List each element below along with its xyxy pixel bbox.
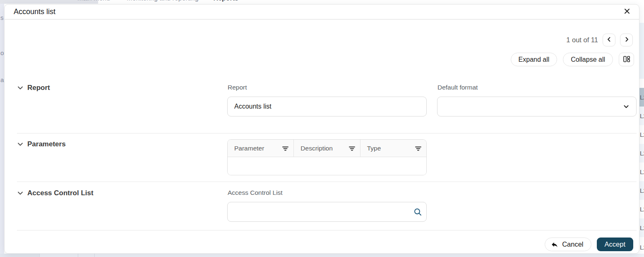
acl-search-input[interactable] bbox=[227, 202, 427, 222]
parameters-section-toggle[interactable]: Parameters bbox=[17, 140, 66, 148]
table-row: L2 bbox=[639, 88, 644, 107]
report-section-title: Report bbox=[27, 84, 50, 92]
sidebar-text-fragment: or bbox=[0, 49, 4, 56]
chevron-left-icon bbox=[606, 36, 613, 44]
accept-button[interactable]: Accept bbox=[597, 238, 633, 251]
layout-toggle-button[interactable] bbox=[619, 53, 634, 66]
default-format-label: Default format bbox=[437, 84, 478, 91]
close-icon bbox=[623, 7, 631, 16]
table-row: L2 bbox=[639, 181, 644, 200]
acl-section-title: Access Control List bbox=[27, 189, 94, 197]
close-button[interactable] bbox=[622, 7, 632, 17]
chevron-down-icon bbox=[17, 141, 24, 148]
filter-icon bbox=[415, 145, 422, 152]
chevron-right-icon bbox=[623, 36, 630, 44]
background-bottom-segment bbox=[0, 254, 40, 257]
parameters-table-header: Parameter Description Type bbox=[228, 140, 426, 157]
cancel-button[interactable]: Cancel bbox=[545, 238, 591, 251]
section-divider bbox=[17, 182, 637, 182]
search-icon bbox=[413, 208, 422, 216]
background-table-sliver: L2 L2 L2 L2 L2 L2 L2 L2 L2 bbox=[639, 0, 644, 257]
divider bbox=[94, 254, 95, 257]
acl-search-button[interactable] bbox=[411, 206, 424, 218]
breadcrumb-item-reports: Reports bbox=[214, 0, 238, 2]
filter-icon bbox=[282, 145, 289, 152]
next-record-button[interactable] bbox=[620, 34, 633, 46]
breadcrumb-item-main-menu: Main menu bbox=[77, 0, 110, 2]
section-divider bbox=[17, 133, 637, 133]
column-header-type[interactable]: Type bbox=[360, 140, 426, 157]
table-row: L2 bbox=[639, 162, 644, 181]
background-table-band bbox=[639, 23, 644, 79]
modal-header: Accounts list bbox=[5, 5, 639, 19]
reply-arrow-icon bbox=[551, 241, 558, 248]
parameters-table: Parameter Description Type bbox=[227, 139, 427, 175]
table-row: L2 bbox=[639, 218, 644, 237]
chevron-down-icon bbox=[17, 190, 24, 196]
table-row: L2 bbox=[639, 200, 644, 218]
chevron-down-icon bbox=[623, 103, 630, 110]
column-header-description[interactable]: Description bbox=[294, 140, 360, 157]
filter-icon bbox=[348, 145, 356, 152]
pagination-label: 1 out of 11 bbox=[566, 36, 598, 44]
accounts-list-modal: Accounts list 1 out of 11 Expand all bbox=[4, 4, 639, 254]
pagination: 1 out of 11 bbox=[566, 34, 633, 46]
table-row: L2 bbox=[639, 107, 644, 125]
parameters-table-empty-body bbox=[228, 157, 426, 175]
layout-columns-icon bbox=[623, 56, 630, 64]
table-row: L2 bbox=[639, 144, 644, 162]
collapse-all-button[interactable]: Collapse all bbox=[563, 53, 613, 66]
background-sidebar-sliver: s or ar bbox=[0, 4, 4, 254]
acl-field-label: Access Control List bbox=[228, 189, 283, 196]
previous-record-button[interactable] bbox=[603, 34, 615, 46]
report-name-input[interactable] bbox=[227, 97, 427, 116]
table-row: L2 bbox=[639, 125, 644, 144]
section-divider bbox=[17, 230, 637, 230]
chevron-down-icon bbox=[17, 85, 24, 91]
report-field-label: Report bbox=[228, 84, 247, 91]
sidebar-text-fragment: s bbox=[0, 14, 4, 21]
column-header-parameter[interactable]: Parameter bbox=[228, 140, 294, 157]
screen: Main menuMonitoring and reportingReports… bbox=[0, 0, 644, 257]
expand-all-button[interactable]: Expand all bbox=[511, 53, 557, 66]
acl-section-toggle[interactable]: Access Control List bbox=[17, 189, 94, 197]
modal-title: Accounts list bbox=[14, 7, 55, 16]
divider bbox=[78, 254, 78, 257]
parameters-section-title: Parameters bbox=[27, 140, 66, 148]
breadcrumb: Main menuMonitoring and reportingReports bbox=[77, 0, 238, 2]
section-toolbar: Expand all Collapse all bbox=[511, 53, 634, 66]
report-section-toggle[interactable]: Report bbox=[17, 84, 50, 92]
modal-footer: Cancel Accept bbox=[545, 238, 633, 251]
breadcrumb-item-monitoring: Monitoring and reporting bbox=[127, 0, 198, 2]
background-bottom-strip bbox=[0, 254, 644, 257]
default-format-select[interactable] bbox=[437, 97, 637, 116]
cancel-button-label: Cancel bbox=[562, 240, 583, 248]
sidebar-text-fragment: ar bbox=[0, 76, 4, 83]
